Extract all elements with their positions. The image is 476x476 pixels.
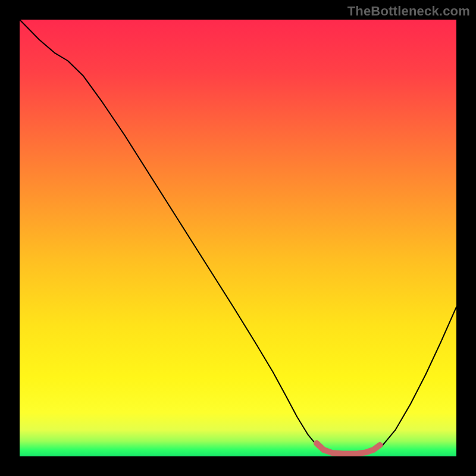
plot-area (20, 20, 456, 456)
chart-svg (20, 20, 456, 456)
watermark-text: TheBottleneck.com (347, 4, 470, 19)
gradient-background (20, 20, 456, 456)
chart-container: TheBottleneck.com (0, 0, 476, 476)
